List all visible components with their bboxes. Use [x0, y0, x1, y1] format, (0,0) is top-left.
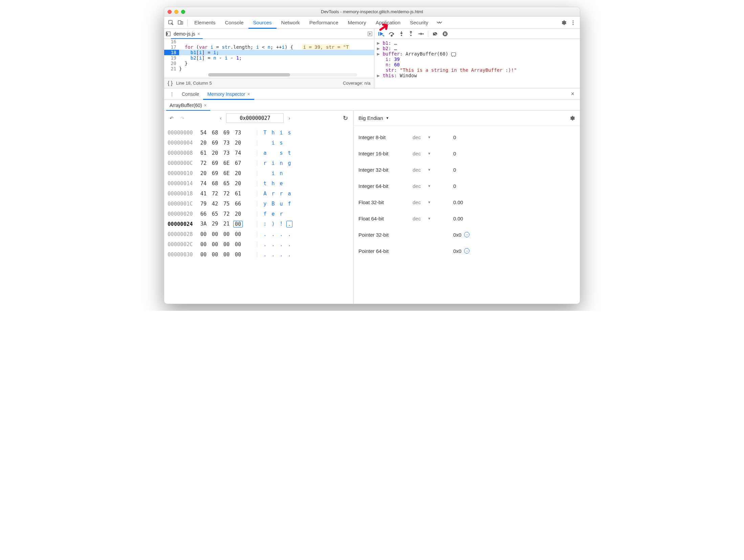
coverage-status: Coverage: n/a — [343, 81, 371, 86]
value-row: Integer 64-bitdec▼0 — [358, 178, 575, 194]
deactivate-breakpoints-icon[interactable] — [432, 31, 438, 37]
svg-rect-14 — [444, 33, 444, 35]
tab-network[interactable]: Network — [277, 17, 305, 29]
window-title: DevTools - memory-inspector.glitch.me/de… — [164, 9, 580, 14]
close-tab-icon[interactable]: × — [197, 31, 200, 37]
close-window[interactable] — [168, 10, 172, 14]
cursor-position: Line 18, Column 5 — [176, 81, 212, 86]
value-mode-select[interactable]: dec — [413, 183, 421, 189]
drawer-close-icon[interactable]: × — [567, 90, 578, 98]
svg-rect-1 — [178, 21, 181, 24]
tab-console[interactable]: Console — [220, 17, 248, 29]
value-row: Float 32-bitdec▼0.00 — [358, 194, 575, 210]
svg-point-10 — [401, 35, 402, 36]
minimize-window[interactable] — [174, 10, 178, 14]
tab-security[interactable]: Security — [405, 17, 433, 29]
step-over-icon[interactable] — [389, 31, 395, 37]
reveal-in-memory-icon[interactable] — [451, 52, 456, 56]
address-next-icon[interactable]: › — [286, 115, 292, 121]
more-tabs-chevron-icon[interactable] — [433, 21, 446, 25]
address-input[interactable] — [226, 113, 284, 123]
inspect-element-icon[interactable] — [166, 18, 176, 27]
debugger-pane: ➜ — [374, 29, 580, 88]
redo-icon[interactable]: ↷ — [178, 115, 187, 121]
close-drawer-tab-icon[interactable]: × — [247, 91, 250, 97]
undo-icon[interactable]: ↶ — [168, 115, 176, 121]
titlebar: DevTools - memory-inspector.glitch.me/de… — [164, 7, 580, 17]
svg-point-3 — [573, 20, 574, 21]
source-file-tab[interactable]: demo-js.js × — [171, 29, 203, 39]
svg-rect-2 — [181, 22, 183, 24]
maximize-window[interactable] — [181, 10, 185, 14]
devtools-tab-strip: ElementsConsoleSourcesNetworkPerformance… — [164, 17, 580, 29]
tab-elements[interactable]: Elements — [190, 17, 220, 29]
drawer-tab-strip: ⋮ ConsoleMemory Inspector× × — [164, 88, 580, 100]
svg-rect-8 — [378, 32, 379, 36]
file-tab-label: demo-js.js — [174, 31, 195, 37]
tab-sources[interactable]: Sources — [248, 17, 277, 29]
jump-to-address-icon[interactable]: → — [464, 248, 469, 254]
svg-point-11 — [410, 35, 412, 36]
close-buffer-tab-icon[interactable]: × — [204, 103, 206, 108]
address-prev-icon[interactable]: ‹ — [218, 115, 224, 121]
value-row: Integer 16-bitdec▼0 — [358, 145, 575, 161]
drawer-tab-memory-inspector[interactable]: Memory Inspector× — [203, 88, 254, 100]
endianness-select[interactable]: Big Endian ▼ — [358, 115, 389, 121]
jump-to-address-icon[interactable]: → — [464, 232, 469, 237]
value-row: Integer 8-bitdec▼0 — [358, 129, 575, 145]
step-icon[interactable] — [418, 31, 424, 36]
value-row: Pointer 32-bit0x0→ — [358, 227, 575, 243]
value-interpreter-pane: Big Endian ▼ Integer 8-bitdec▼0Integer 1… — [354, 111, 580, 304]
value-settings-gear-icon[interactable] — [569, 115, 575, 121]
dropdown-caret-icon: ▼ — [386, 116, 389, 120]
kebab-menu-icon[interactable] — [568, 18, 578, 27]
value-mode-select[interactable]: dec — [413, 199, 421, 205]
svg-point-13 — [442, 31, 447, 36]
value-mode-select[interactable]: dec — [413, 151, 421, 156]
resume-button-icon[interactable] — [378, 31, 385, 37]
horizontal-scrollbar[interactable] — [208, 73, 357, 77]
svg-point-5 — [573, 24, 574, 25]
drawer-menu-icon[interactable]: ⋮ — [166, 91, 178, 97]
tab-application[interactable]: Application — [371, 17, 405, 29]
debugger-toggle-icon[interactable] — [367, 31, 373, 37]
pause-on-exceptions-icon[interactable] — [442, 31, 448, 37]
buffer-tab-label: ArrayBuffer(60) — [170, 103, 202, 108]
hex-dump[interactable]: 0000000054686973This0000000420697320 is … — [164, 126, 353, 304]
step-out-icon[interactable] — [408, 31, 414, 37]
endianness-label: Big Endian — [358, 115, 383, 121]
value-mode-select[interactable]: dec — [413, 216, 421, 221]
value-row: Integer 32-bitdec▼0 — [358, 161, 575, 178]
braces-icon[interactable]: { } — [168, 80, 173, 86]
tab-memory[interactable]: Memory — [343, 17, 371, 29]
step-into-icon[interactable] — [399, 31, 404, 37]
svg-point-9 — [391, 35, 392, 36]
code-editor[interactable]: 1617 for (var i = str.length; i < n; ++i… — [164, 39, 374, 72]
sources-pane: demo-js.js × 1617 for (var i = str.lengt… — [164, 29, 374, 88]
value-row: Pointer 64-bit0x0→ — [358, 243, 575, 259]
svg-rect-15 — [445, 33, 446, 35]
drawer-tab-console[interactable]: Console — [178, 88, 203, 100]
scope-variables[interactable]: ▶ b1: …▶ b2: …▶ buffer: ArrayBuffer(60) … — [374, 39, 580, 88]
navigator-toggle-icon[interactable] — [166, 31, 171, 37]
tab-performance[interactable]: Performance — [305, 17, 343, 29]
value-row: Float 64-bitdec▼0.00 — [358, 210, 575, 227]
refresh-icon[interactable]: ↻ — [341, 114, 350, 122]
value-mode-select[interactable]: dec — [413, 167, 421, 173]
svg-point-12 — [422, 33, 423, 35]
hex-viewer-pane: ↶ ↷ ‹ › ↻ 0000000054686973This0000000420… — [164, 111, 354, 304]
value-mode-select[interactable]: dec — [413, 134, 421, 140]
svg-point-4 — [573, 22, 574, 23]
memory-buffer-tab[interactable]: ArrayBuffer(60) × — [166, 100, 210, 111]
settings-gear-icon[interactable] — [559, 18, 568, 27]
device-toolbar-icon[interactable] — [176, 18, 185, 27]
